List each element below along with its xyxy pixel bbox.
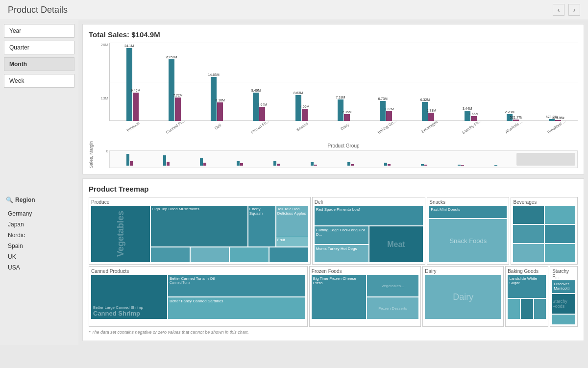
bar-purple-label: 3.22M bbox=[384, 107, 393, 111]
mini-bar-group-9 bbox=[443, 165, 479, 166]
bar-purple-label: 4.05M bbox=[300, 105, 309, 108]
mini-bar-purple bbox=[130, 161, 133, 166]
bar-group-1[interactable]: 20.52M7.72M bbox=[154, 59, 195, 121]
snacks-snack-foods: Snack Foods bbox=[429, 219, 507, 262]
bar-teal-label: 14.63M bbox=[208, 73, 219, 76]
frozen-pizza: Big Time Frozen Cheese Pizza bbox=[312, 275, 366, 319]
baking-landslide: Landslide White Sugar bbox=[508, 275, 546, 298]
dairy-inner-label: Dairy bbox=[453, 292, 473, 302]
mini-bar-teal bbox=[421, 164, 424, 166]
mini-bar-group-2 bbox=[185, 158, 221, 166]
treemap-canned-label: Canned Products bbox=[91, 269, 305, 274]
mini-bar-teal bbox=[458, 165, 461, 166]
mini-bar-group-6 bbox=[333, 162, 368, 166]
bar-teal: 6.73M bbox=[380, 101, 386, 121]
region-label: Region bbox=[15, 196, 35, 203]
bar-teal-label: 9.49M bbox=[251, 89, 261, 92]
region-japan[interactable]: Japan bbox=[4, 219, 74, 230]
snacks-fast-mini: Fast Mini Donuts bbox=[429, 206, 507, 218]
treemap-produce-label: Produce bbox=[91, 199, 308, 205]
bar-teal-label: 7.18M bbox=[336, 96, 345, 99]
region-nordic[interactable]: Nordic bbox=[4, 230, 74, 241]
bar-purple: 7.72M bbox=[175, 98, 181, 121]
region-usa[interactable]: USA bbox=[4, 262, 74, 273]
mini-bar-group-10 bbox=[480, 165, 515, 166]
produce-small-1 bbox=[151, 247, 190, 262]
filter-quarter[interactable]: Quarter bbox=[4, 41, 74, 54]
deli-meat-label: Meat bbox=[387, 240, 405, 249]
nav-prev-button[interactable]: ‹ bbox=[553, 4, 564, 16]
starchy-big-label: Starchy Foods bbox=[552, 299, 575, 309]
bar-purple: 2.73M bbox=[428, 113, 434, 121]
produce-tell-tale: Tell Tale Red Delicious Apples Fruit bbox=[276, 206, 308, 246]
bar-purple: 3.22M bbox=[386, 111, 392, 121]
mini-bar-teal bbox=[384, 163, 387, 166]
baking-cell-3 bbox=[534, 299, 546, 319]
region-header: 🔍 Region bbox=[4, 194, 74, 206]
dairy-block: Dairy bbox=[425, 275, 501, 319]
bev-5 bbox=[513, 244, 543, 262]
region-germany[interactable]: Germany bbox=[4, 208, 74, 219]
y-label-mid: 13M bbox=[100, 96, 108, 100]
treemap-panel: Product Treemap Produce Vegetables High … bbox=[82, 178, 584, 341]
region-uk[interactable]: UK bbox=[4, 251, 74, 262]
bar-purple-label: 7.72M bbox=[173, 94, 182, 97]
region-spain[interactable]: Spain bbox=[4, 241, 74, 251]
produce-veg-block: Vegetables bbox=[91, 206, 150, 262]
treemap-frozen-label: Frozen Foods bbox=[312, 269, 418, 274]
mini-bar-purple bbox=[203, 163, 206, 166]
treemap-beverages: Beverages bbox=[511, 197, 578, 265]
treemap-baking: Baking Goods Landslide White Sugar bbox=[505, 266, 548, 327]
deli-moms: Moms Turkey Hot Dogs bbox=[315, 245, 368, 263]
bar-teal: 20.52M bbox=[169, 59, 174, 121]
canned-tuna: Better Canned Tuna in Oil Canned Tuna bbox=[168, 275, 305, 296]
mini-bar-purple bbox=[167, 162, 170, 166]
starchy-small bbox=[552, 315, 575, 324]
deli-cutting: Cutting Edge Foot-Long Hot D... bbox=[315, 226, 368, 244]
bar-group-0[interactable]: 24.1M9.45M bbox=[112, 48, 153, 121]
treemap-deli: Deli Red Spade Pimento Loaf Cutting Edge… bbox=[312, 197, 425, 265]
produce-veg-label: Vegetables bbox=[116, 211, 126, 257]
header-nav: ‹ › bbox=[553, 4, 580, 16]
filter-year[interactable]: Year bbox=[4, 24, 74, 38]
treemap-snacks-label: Snacks bbox=[429, 199, 507, 205]
mini-bar-teal bbox=[237, 161, 240, 166]
bev-3 bbox=[513, 225, 543, 243]
deli-red-spade: Red Spade Pimento Loaf bbox=[315, 206, 423, 225]
mini-bar-teal bbox=[163, 155, 166, 166]
canned-shrimp-big-label: Canned Shrimp bbox=[93, 310, 165, 317]
bar-chart-panel: Total Sales: $104.9M Sales, Margin 26M 1… bbox=[82, 24, 584, 174]
bar-teal-label: 2.28M bbox=[505, 110, 514, 114]
bar-purple-label: 9.45M bbox=[131, 89, 140, 92]
deli-meat-block: Meat bbox=[369, 226, 423, 262]
filter-week[interactable]: Week bbox=[4, 74, 74, 88]
bar-purple-label: 1.66M bbox=[469, 112, 478, 116]
y-label-zero: 0 bbox=[106, 149, 108, 153]
starchy-big: Starchy Foods bbox=[552, 294, 575, 314]
mini-bar-teal bbox=[273, 161, 276, 166]
bar-purple-label: 6.16M bbox=[215, 98, 224, 102]
bar-teal-label: 6.73M bbox=[378, 97, 387, 100]
bar-purple: 1.66M bbox=[471, 116, 477, 121]
bar-teal: 24.1M bbox=[126, 48, 132, 121]
page-title: Product Details bbox=[8, 5, 68, 15]
mini-bar-purple bbox=[314, 165, 317, 166]
bar-teal: 9.49M bbox=[253, 93, 259, 121]
bar-teal-label: 3.44M bbox=[463, 107, 472, 110]
bar-teal-label: 8.63M bbox=[294, 91, 303, 95]
treemap-footer: * The data set contains negative or zero… bbox=[89, 330, 578, 335]
treemap-snacks: Snacks Fast Mini Donuts Snack Foods bbox=[427, 197, 509, 265]
bar-purple: 9.45M bbox=[133, 93, 139, 121]
mini-bar-purple bbox=[388, 164, 391, 166]
treemap-produce: Produce Vegetables High Top Dried Mushro… bbox=[89, 197, 311, 265]
filter-month[interactable]: Month bbox=[4, 57, 74, 71]
bev-1 bbox=[513, 206, 543, 224]
canned-shrimp-top-label: Better Large Canned Shrimp bbox=[93, 305, 165, 310]
treemap-beverages-label: Beverages bbox=[513, 199, 575, 205]
region-section: 🔍 Region Germany Japan Nordic Spain UK U… bbox=[4, 194, 74, 273]
mini-bar-purple bbox=[240, 163, 243, 166]
starchy-manicotti: Discover Manicotti bbox=[552, 280, 575, 293]
nav-next-button[interactable]: › bbox=[568, 4, 580, 16]
mini-bar-group-1 bbox=[148, 155, 184, 166]
treemap-baking-label: Baking Goods bbox=[508, 269, 546, 274]
